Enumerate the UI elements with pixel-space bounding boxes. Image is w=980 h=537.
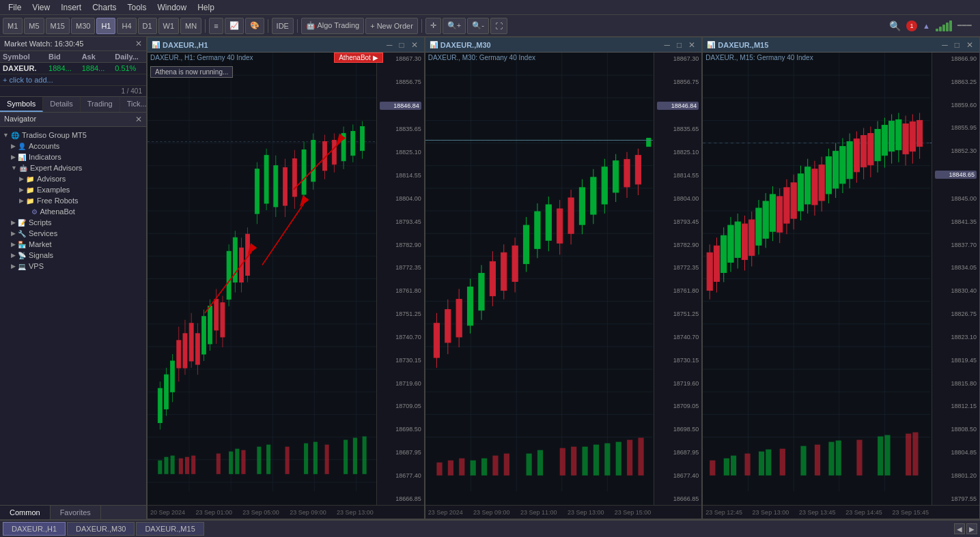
chart-color-btn[interactable]: 🎨	[245, 18, 264, 34]
svg-rect-103	[285, 447, 290, 474]
chart-content-h1[interactable]: DAXEUR., H1: Germany 40 Index AthenaBot …	[148, 53, 424, 505]
chart-maximize-m30[interactable]: □	[675, 40, 684, 50]
price-label: 18761.80	[657, 287, 699, 294]
menu-charts[interactable]: Charts	[87, 1, 122, 14]
price-label: 18835.65	[657, 126, 699, 132]
chart-title-m30: DAXEUR.,M30	[440, 41, 662, 49]
price-label: 18793.45	[657, 218, 699, 225]
chart-minimize-m30[interactable]: ─	[662, 40, 673, 50]
price-label: 18797.55	[935, 495, 977, 502]
expand-icon-advisors: ▶	[19, 175, 24, 182]
nav-item-services[interactable]: ▶ 🔧 Services	[0, 228, 146, 239]
tf-w1[interactable]: W1	[158, 18, 180, 34]
chart-subtitle-m30: DAXEUR., M30: Germany 40 Index	[428, 54, 535, 61]
add-symbol-label[interactable]: + click to add...	[0, 74, 146, 86]
nav-item-scripts[interactable]: ▶ 📝 Scripts	[0, 217, 146, 228]
expand-icon-scripts: ▶	[11, 219, 16, 226]
bottom-tab-common[interactable]: Common	[0, 506, 51, 519]
crosshair-btn[interactable]: ✛	[425, 18, 441, 34]
nav-item-market[interactable]: ▶ 🏪 Market	[0, 239, 146, 250]
bottom-tab-favorites[interactable]: Favorites	[51, 506, 101, 519]
svg-rect-73	[332, 141, 336, 164]
taskbar-item-m30[interactable]: DAXEUR.,M30	[67, 522, 135, 536]
svg-rect-37	[189, 323, 193, 361]
tf-h1[interactable]: H1	[96, 18, 115, 34]
time-m15-1: 23 Sep 12:45	[705, 509, 742, 516]
tf-m30[interactable]: M30	[71, 18, 95, 34]
market-watch-close[interactable]: ✕	[135, 39, 142, 48]
nav-item-advisors[interactable]: ▶ 📁 Advisors	[0, 173, 146, 184]
nav-item-expert-advisors[interactable]: ▼ 🤖 Expert Advisors	[0, 162, 146, 173]
ide-btn[interactable]: IDE	[272, 18, 294, 34]
menu-tools[interactable]: Tools	[122, 1, 152, 14]
chart-minimize-m15[interactable]: ─	[940, 40, 950, 50]
svg-rect-99	[185, 457, 189, 474]
svg-rect-184	[638, 438, 643, 476]
chart-maximize-h1[interactable]: □	[397, 40, 406, 50]
athena-overlay-h1: AthenaBot ▶	[334, 53, 382, 63]
toolbar: M1 M5 M15 M30 H1 H4 D1 W1 MN ≡ 📈 🎨 IDE 🤖…	[0, 15, 980, 37]
chart-close-h1[interactable]: ✕	[409, 40, 420, 50]
nav-item-athenabot[interactable]: ⚙ AthenaBot	[0, 206, 146, 217]
price-label: 18852.30	[935, 147, 977, 154]
search-icon[interactable]: 🔍	[889, 20, 901, 31]
nav-item-free-robots[interactable]: ▶ 📁 Free Robots	[0, 195, 146, 206]
tab-details[interactable]: Details	[43, 97, 81, 112]
nav-item-vps[interactable]: ▶ 💻 VPS	[0, 261, 146, 272]
menu-file[interactable]: File	[3, 1, 27, 14]
add-symbol-row[interactable]: + click to add...	[0, 74, 146, 86]
chart-line-btn[interactable]: 📈	[225, 18, 244, 34]
taskbar-item-h1[interactable]: DAXEUR.,H1	[3, 522, 66, 536]
new-order-btn[interactable]: + New Order	[365, 18, 418, 34]
menu-window[interactable]: Window	[152, 1, 193, 14]
tf-h4[interactable]: H4	[117, 18, 136, 34]
nav-item-signals[interactable]: ▶ 📡 Signals	[0, 250, 146, 261]
navigator-close[interactable]: ✕	[135, 115, 142, 124]
tf-m1[interactable]: M1	[3, 18, 23, 34]
chart-close-m30[interactable]: ✕	[686, 40, 697, 50]
price-axis-h1: 18867.30 18856.75 18846.84 18835.65 1882…	[376, 53, 424, 505]
algotrade-btn[interactable]: 🤖 Algo Trading	[301, 18, 364, 34]
menu-help[interactable]: Help	[192, 1, 220, 14]
chart-title-h1: DAXEUR.,H1	[163, 41, 384, 49]
svg-rect-284	[857, 440, 863, 476]
price-label: 18761.80	[380, 287, 421, 294]
tab-symbols[interactable]: Symbols	[0, 97, 43, 112]
zoom-in-btn[interactable]: 🔍+	[443, 18, 466, 34]
svg-rect-157	[590, 177, 596, 214]
market-watch-row[interactable]: DAXEUR. 1884... 1884... 0.51%	[0, 63, 146, 74]
tf-m15[interactable]: M15	[46, 18, 70, 34]
nav-item-tradiso[interactable]: ▼ 🌐 Tradiso Group MT5	[0, 130, 146, 141]
price-label: 18719.60	[380, 380, 421, 387]
chart-type-btn[interactable]: ≡	[209, 18, 223, 34]
chart-close-m15[interactable]: ✕	[964, 40, 975, 50]
svg-rect-279	[885, 435, 891, 476]
price-label: 18804.85	[935, 449, 977, 456]
chart-minimize-h1[interactable]: ─	[384, 40, 395, 50]
fullscreen-btn[interactable]: ⛶	[490, 18, 507, 34]
zoom-out-btn[interactable]: 🔍-	[467, 18, 489, 34]
market-watch-tabs: Symbols Details Trading Tick...	[0, 96, 146, 113]
chart-window-h1: 📊 DAXEUR.,H1 ─ □ ✕ DAXEUR., H1: Germany …	[147, 37, 425, 519]
tf-m5[interactable]: M5	[24, 18, 44, 34]
tf-mn[interactable]: MN	[180, 18, 201, 34]
menu-view[interactable]: View	[27, 1, 55, 14]
svg-rect-211	[714, 246, 720, 281]
chart-maximize-m15[interactable]: □	[953, 40, 962, 50]
scroll-left-btn[interactable]: ◀	[954, 523, 965, 534]
nav-item-indicators[interactable]: ▶ 📊 Indicators	[0, 151, 146, 162]
price-label: 18719.60	[657, 380, 699, 387]
svg-rect-47	[221, 303, 225, 337]
tf-d1[interactable]: D1	[138, 18, 157, 34]
tab-trading[interactable]: Trading	[81, 97, 120, 112]
market-watch-title: Market Watch: 16:30:45	[4, 40, 83, 48]
menu-insert[interactable]: Insert	[55, 1, 87, 14]
chart-content-m15[interactable]: DAXEUR., M15: Germany 40 Index	[703, 53, 979, 505]
separator-1	[205, 19, 206, 33]
chart-content-m30[interactable]: DAXEUR., M30: Germany 40 Index	[425, 53, 702, 505]
nav-item-examples[interactable]: ▶ 📁 Examples	[0, 184, 146, 195]
scroll-right-btn[interactable]: ▶	[966, 523, 977, 534]
nav-item-accounts[interactable]: ▶ 👤 Accounts	[0, 141, 146, 151]
svg-rect-100	[191, 456, 195, 474]
taskbar-item-m15[interactable]: DAXEUR.,M15	[136, 522, 204, 536]
